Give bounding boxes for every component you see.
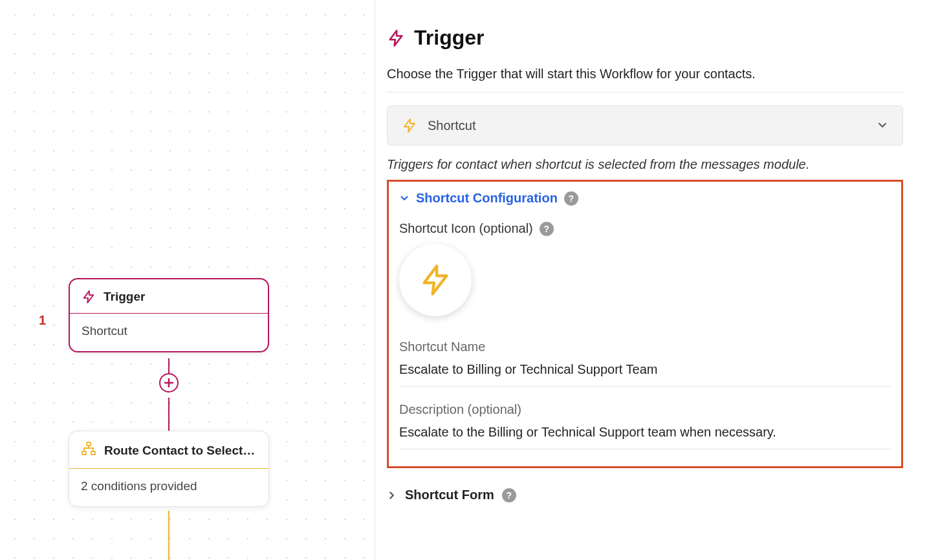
- section-shortcut-form[interactable]: Shortcut Form ?: [387, 482, 903, 502]
- trigger-type-label: Shortcut: [428, 118, 866, 133]
- plus-icon: [164, 378, 174, 388]
- bolt-icon: [419, 263, 452, 297]
- panel-title: Trigger: [387, 26, 903, 50]
- shortcut-icon-label: Shortcut Icon (optional) ?: [399, 221, 891, 236]
- divider: [387, 92, 903, 92]
- shortcut-name-input[interactable]: Escalate to Billing or Technical Support…: [399, 362, 891, 387]
- chevron-down-icon: [399, 193, 410, 204]
- trigger-hint: Triggers for contact when shortcut is se…: [387, 157, 903, 172]
- branch-icon: [81, 442, 96, 459]
- help-icon[interactable]: ?: [540, 222, 554, 236]
- connector-line: [168, 398, 169, 433]
- step-number-1: 1: [39, 313, 46, 328]
- node-trigger-title: Trigger: [104, 290, 145, 304]
- help-icon[interactable]: ?: [502, 488, 516, 502]
- bolt-icon: [387, 29, 405, 47]
- shortcut-desc-label: Description (optional): [399, 402, 891, 417]
- details-panel: Trigger Choose the Trigger that will sta…: [375, 0, 929, 560]
- chevron-right-icon: [387, 490, 397, 501]
- add-step-button[interactable]: [159, 373, 179, 393]
- node-route-body: 2 conditions provided: [69, 469, 268, 506]
- bolt-icon: [402, 118, 417, 133]
- section-form-title: Shortcut Form: [405, 488, 494, 502]
- bolt-icon: [82, 290, 96, 304]
- connector-line: [168, 511, 169, 560]
- shortcut-desc-input[interactable]: Escalate to the Billing or Technical Sup…: [399, 425, 891, 449]
- shortcut-name-label: Shortcut Name: [399, 339, 891, 354]
- node-trigger[interactable]: Trigger Shortcut: [69, 278, 269, 352]
- node-route[interactable]: Route Contact to Select… 2 conditions pr…: [69, 431, 269, 507]
- section-shortcut-configuration[interactable]: Shortcut Configuration ?: [399, 191, 891, 206]
- shortcut-icon-picker[interactable]: [399, 244, 472, 316]
- workflow-canvas[interactable]: 1 Trigger Shortcut: [0, 0, 375, 560]
- svg-rect-0: [87, 442, 91, 446]
- panel-subtitle: Choose the Trigger that will start this …: [387, 67, 903, 81]
- section-title: Shortcut Configuration: [416, 191, 558, 206]
- panel-title-text: Trigger: [414, 26, 484, 50]
- node-trigger-body: Shortcut: [70, 314, 268, 351]
- svg-rect-2: [91, 451, 95, 455]
- help-icon[interactable]: ?: [564, 191, 578, 206]
- shortcut-config-highlight: Shortcut Configuration ? Shortcut Icon (…: [387, 180, 903, 468]
- chevron-down-icon: [877, 120, 888, 131]
- node-route-title: Route Contact to Select…: [104, 444, 255, 458]
- svg-rect-1: [82, 451, 86, 455]
- trigger-type-select[interactable]: Shortcut: [387, 105, 903, 145]
